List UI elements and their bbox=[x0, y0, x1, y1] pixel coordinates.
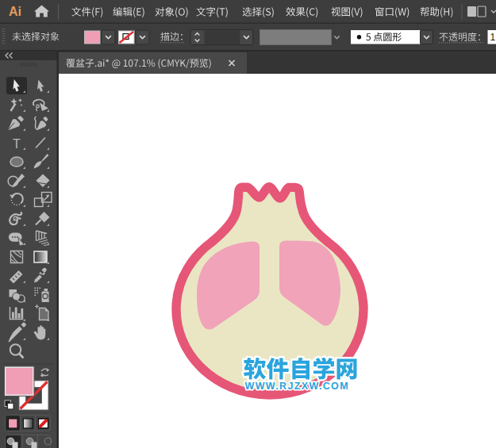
svg-text:T: T bbox=[13, 137, 21, 151]
svg-text:1: 1 bbox=[490, 32, 496, 43]
svg-text:WWW.RJZXW.COM: WWW.RJZXW.COM bbox=[245, 381, 349, 392]
svg-text:Ai: Ai bbox=[9, 5, 21, 18]
